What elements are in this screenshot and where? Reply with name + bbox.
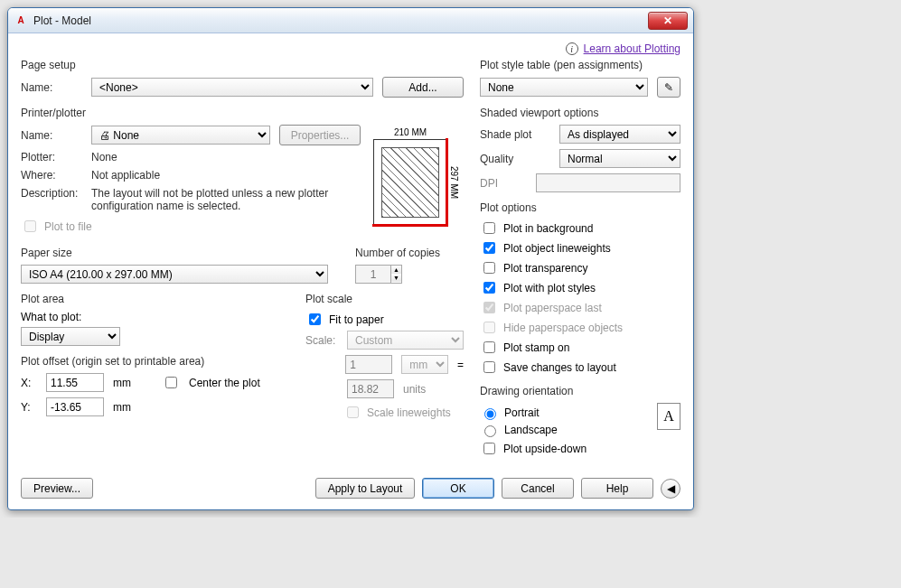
quality-select[interactable]: Normal [559, 149, 680, 168]
scale-label: Scale: [305, 334, 338, 347]
plot-dialog: A Plot - Model ✕ i Learn about Plotting … [7, 7, 694, 510]
plot-background-label: Plot in background [503, 222, 593, 235]
info-icon: i [566, 42, 578, 55]
edit-plot-style-button[interactable]: ✎ [657, 77, 680, 98]
equals-label: = [457, 359, 464, 371]
ok-button[interactable]: OK [422, 478, 494, 499]
portrait-radio[interactable] [484, 408, 496, 420]
collapse-options-button[interactable]: ◀ [661, 479, 680, 499]
printer-name-label: Name: [21, 129, 82, 142]
page-setup-name-label: Name: [21, 81, 82, 94]
save-changes-checkbox[interactable] [483, 361, 495, 373]
dpi-label: DPI [480, 177, 527, 190]
copies-label: Number of copies [355, 247, 464, 259]
plot-transparency-checkbox[interactable] [483, 262, 495, 274]
offset-y-unit: mm [113, 401, 131, 414]
fit-to-paper-label: Fit to paper [329, 313, 384, 326]
center-plot-label: Center the plot [189, 377, 260, 389]
preview-height-text: 297 MM [449, 140, 459, 225]
what-to-plot-select[interactable]: Display [21, 327, 120, 346]
plot-offset-group: Plot offset (origin set to printable are… [21, 355, 286, 416]
app-icon: A [14, 14, 28, 28]
orientation-icon: A [657, 403, 680, 430]
landscape-radio[interactable] [484, 425, 496, 437]
where-label: Where: [21, 169, 82, 182]
preview-width-text: 210 MM [374, 127, 446, 137]
paper-size-select[interactable]: ISO A4 (210.00 x 297.00 MM) [21, 265, 328, 284]
chevron-left-icon: ◀ [667, 482, 675, 495]
plot-options-legend: Plot options [480, 201, 680, 214]
plot-lineweights-label: Plot object lineweights [503, 242, 611, 255]
dpi-input[interactable] [536, 173, 680, 192]
plot-background-checkbox[interactable] [483, 222, 495, 234]
preview-button[interactable]: Preview... [21, 478, 93, 499]
scale-numerator-input[interactable] [345, 355, 392, 374]
scale-unit-select[interactable]: mm [401, 355, 448, 374]
plot-style-table-legend: Plot style table (pen assignments) [480, 59, 680, 71]
plot-style-table-select[interactable]: None [480, 78, 648, 97]
scale-den-unit: units [403, 383, 426, 396]
paper-size-label: Paper size [21, 247, 328, 259]
upside-down-label: Plot upside-down [503, 443, 587, 455]
close-icon: ✕ [663, 14, 672, 27]
cancel-button[interactable]: Cancel [502, 478, 574, 499]
printer-name-select[interactable]: 🖨 None [91, 126, 270, 145]
scale-denominator-input[interactable] [347, 379, 394, 398]
orientation-legend: Drawing orientation [480, 385, 680, 397]
apply-to-layout-button[interactable]: Apply to Layout [315, 478, 415, 499]
paper-preview: 210 MM 297 MM [370, 125, 464, 238]
offset-x-label: X: [21, 377, 37, 389]
plot-stamp-checkbox[interactable] [483, 341, 495, 353]
plot-to-file-label: Plot to file [44, 220, 92, 233]
copies-down-icon[interactable]: ▼ [391, 274, 401, 282]
scale-select[interactable]: Custom [347, 331, 464, 350]
description-label: Description: [21, 187, 82, 200]
offset-y-label: Y: [21, 401, 37, 414]
page-setup-name-select[interactable]: <None> [91, 78, 373, 97]
where-value: Not applicable [91, 169, 160, 182]
copies-spinner[interactable]: ▲▼ [355, 265, 402, 284]
shade-plot-select[interactable]: As displayed [559, 125, 680, 144]
scale-lineweights-checkbox[interactable] [347, 406, 359, 418]
plot-offset-legend: Plot offset (origin set to printable are… [21, 355, 286, 368]
plot-scale-legend: Plot scale [305, 293, 464, 305]
offset-y-input[interactable] [46, 397, 104, 416]
plot-transparency-label: Plot transparency [503, 262, 587, 275]
printer-plotter-group: Printer/plotter Name: 🖨 None Properties.… [21, 107, 464, 238]
plot-area-group: Plot area What to plot: Display [21, 293, 286, 346]
fit-to-paper-checkbox[interactable] [309, 313, 321, 325]
copies-input[interactable] [355, 265, 391, 284]
plotter-value: None [91, 151, 117, 163]
plot-paperspace-last-checkbox[interactable] [483, 302, 495, 313]
shade-plot-label: Shade plot [480, 128, 550, 141]
drawing-orientation-group: Drawing orientation Portrait Landscape P… [480, 385, 680, 460]
add-page-setup-button[interactable]: Add... [382, 77, 464, 98]
plot-to-file-checkbox[interactable] [24, 220, 36, 232]
plot-stamp-label: Plot stamp on [503, 341, 569, 354]
hide-paperspace-checkbox[interactable] [483, 322, 495, 333]
plot-with-styles-label: Plot with plot styles [503, 282, 596, 294]
learn-about-plotting-link[interactable]: Learn about Plotting [584, 42, 680, 55]
titlebar: A Plot - Model ✕ [8, 8, 693, 33]
plot-style-table-group: Plot style table (pen assignments) None … [480, 59, 680, 98]
plot-paperspace-last-label: Plot paperspace last [503, 302, 602, 314]
quality-label: Quality [480, 153, 550, 165]
plot-area-legend: Plot area [21, 293, 286, 305]
center-plot-checkbox[interactable] [165, 377, 177, 388]
copies-up-icon[interactable]: ▲ [391, 266, 401, 274]
offset-x-input[interactable] [46, 373, 104, 392]
upside-down-checkbox[interactable] [483, 443, 495, 454]
close-button[interactable]: ✕ [648, 12, 688, 30]
scale-lineweights-label: Scale lineweights [367, 406, 451, 419]
plot-lineweights-checkbox[interactable] [483, 242, 495, 254]
printer-properties-button[interactable]: Properties... [279, 125, 361, 145]
window-title: Plot - Model [33, 14, 91, 27]
plot-options-group: Plot options Plot in background Plot obj… [480, 201, 680, 376]
plot-with-styles-checkbox[interactable] [483, 282, 495, 294]
edit-icon: ✎ [664, 81, 673, 94]
plotter-label: Plotter: [21, 151, 82, 163]
save-changes-label: Save changes to layout [503, 361, 616, 374]
what-to-plot-label: What to plot: [21, 311, 286, 323]
page-setup-legend: Page setup [21, 59, 464, 71]
help-button[interactable]: Help [581, 478, 653, 499]
